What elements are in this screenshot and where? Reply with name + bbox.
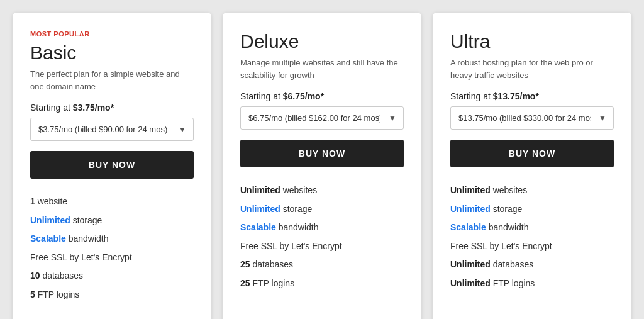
card-ultra: Ultra A robust hosting plan for the web … [433,13,631,319]
card-basic: MOST POPULAR Basic The perfect plan for … [13,13,211,319]
feature-item: 10 databases [30,267,194,286]
feature-highlight: Unlimited [450,278,491,288]
feature-highlight: 25 [240,259,250,269]
feature-item: 25 databases [240,255,404,274]
buy-now-button[interactable]: BUY NOW [450,140,614,167]
price-select[interactable]: $6.75/mo (billed $162.00 for 24 mos) [240,106,404,130]
starting-price: $6.75/mo* [283,91,324,101]
feature-item: 1 website [30,193,194,211]
feature-highlight: Unlimited [30,215,70,225]
feature-highlight: Unlimited [240,185,280,195]
feature-highlight: Unlimited [450,259,491,269]
price-select[interactable]: $3.75/mo (billed $90.00 for 24 mos) [30,118,194,141]
starting-at-label: Starting at $6.75/mo* [240,91,404,101]
pricing-cards: MOST POPULAR Basic The perfect plan for … [13,13,631,319]
plan-name: Deluxe [240,30,404,53]
price-select-wrapper[interactable]: $3.75/mo (billed $90.00 for 24 mos) ▼ [30,118,194,141]
feature-highlight: Unlimited [450,204,491,214]
features-list: Unlimited websitesUnlimited storageScala… [240,181,404,293]
feature-item: Unlimited storage [450,200,614,219]
plan-desc: A robust hosting plan for the web pro or… [450,57,614,81]
starting-at-label: Starting at $3.75/mo* [30,103,194,113]
feature-item: Unlimited storage [30,211,194,230]
buy-now-button[interactable]: BUY NOW [240,140,404,167]
feature-item: Free SSL by Let's Encrypt [450,237,614,256]
feature-item: Scalable bandwidth [240,218,404,237]
feature-highlight: 1 [30,196,35,206]
buy-now-button[interactable]: BUY NOW [30,151,194,179]
feature-item: Unlimited storage [240,200,404,219]
plan-name: Ultra [450,30,614,53]
features-list: Unlimited websitesUnlimited storageScala… [450,181,614,293]
feature-item: 25 FTP logins [240,274,404,293]
plan-desc: Manage multiple websites and still have … [240,57,404,81]
feature-item: Free SSL by Let's Encrypt [240,237,404,256]
feature-item: 5 FTP logins [30,286,194,305]
card-deluxe: Deluxe Manage multiple websites and stil… [223,13,421,319]
starting-price: $3.75/mo* [73,103,114,113]
feature-item: Free SSL by Let's Encrypt [30,249,194,267]
feature-item: Scalable bandwidth [30,230,194,249]
price-select-wrapper[interactable]: $6.75/mo (billed $162.00 for 24 mos) ▼ [240,106,404,130]
feature-highlight: 10 [30,271,40,281]
most-popular-badge: MOST POPULAR [30,30,194,38]
feature-highlight: Scalable [30,233,66,243]
feature-highlight: Scalable [240,222,276,232]
price-select[interactable]: $13.75/mo (billed $330.00 for 24 mos) [450,106,614,130]
feature-item: Unlimited FTP logins [450,274,614,293]
feature-highlight: 5 [30,289,35,299]
feature-highlight: Unlimited [240,204,280,214]
feature-item: Unlimited websites [240,181,404,200]
feature-item: Unlimited websites [450,181,614,200]
feature-highlight: Unlimited [450,185,491,195]
plan-desc: The perfect plan for a simple website an… [30,68,194,92]
feature-highlight: 25 [240,278,250,288]
features-list: 1 websiteUnlimited storageScalable bandw… [30,193,194,305]
plan-name: Basic [30,42,194,64]
feature-item: Unlimited databases [450,255,614,274]
price-select-wrapper[interactable]: $13.75/mo (billed $330.00 for 24 mos) ▼ [450,106,614,130]
starting-price: $13.75/mo* [493,91,539,101]
starting-at-label: Starting at $13.75/mo* [450,91,614,101]
feature-item: Scalable bandwidth [450,218,614,237]
feature-highlight: Scalable [450,222,486,232]
